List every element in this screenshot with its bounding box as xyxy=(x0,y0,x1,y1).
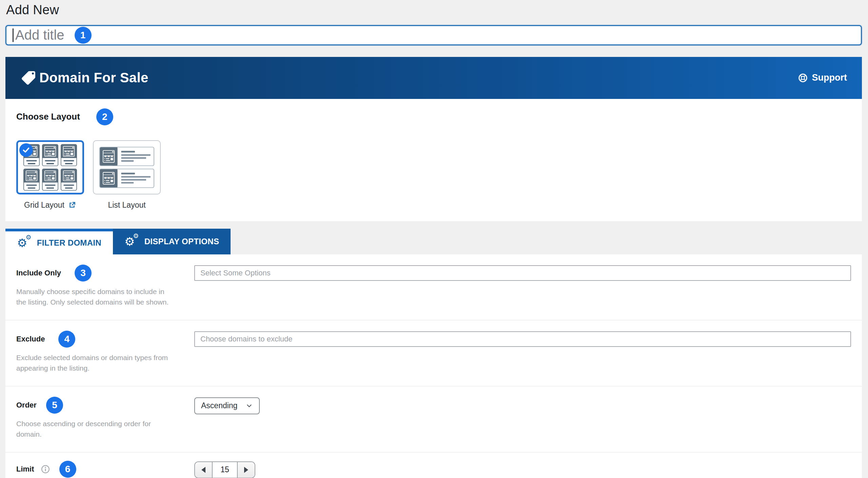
order-select[interactable]: Ascending xyxy=(194,397,260,414)
settings-tabs: ⚙⚙ FILTER DOMAIN ⚙⚙ DISPLAY OPTIONS xyxy=(5,229,862,254)
limit-value: 15 xyxy=(213,462,237,478)
include-only-row: Include Only 3 Manually choose specific … xyxy=(5,254,862,320)
step-badge-6: 6 xyxy=(59,461,76,478)
step-badge-4: 4 xyxy=(58,331,75,348)
external-link-icon[interactable] xyxy=(68,201,76,209)
text-caret xyxy=(13,28,14,42)
tab-display-options[interactable]: ⚙⚙ DISPLAY OPTIONS xyxy=(113,229,231,254)
tab-filter-domain-label: FILTER DOMAIN xyxy=(37,238,101,248)
step-badge-3: 3 xyxy=(75,265,92,282)
gears-icon: ⚙⚙ xyxy=(17,237,27,249)
order-description: Choose ascending or descending order for… xyxy=(16,418,172,440)
right-arrow-icon xyxy=(244,467,248,473)
step-badge-1: 1 xyxy=(75,27,92,44)
lifebuoy-icon xyxy=(798,73,808,83)
layout-option-grid[interactable]: Grid Layout xyxy=(16,140,84,210)
exclude-input[interactable] xyxy=(194,331,851,347)
page-title: Add New xyxy=(0,0,868,18)
left-arrow-icon xyxy=(201,467,205,473)
order-label: Order xyxy=(16,401,37,410)
gears-icon: ⚙⚙ xyxy=(124,236,135,247)
exclude-row: Exclude 4 Exclude selected domains or do… xyxy=(5,320,862,387)
tab-filter-domain[interactable]: ⚙⚙ FILTER DOMAIN xyxy=(5,229,113,254)
limit-label: Limit xyxy=(16,465,34,474)
title-input[interactable]: Add title 1 xyxy=(5,25,862,45)
include-only-label: Include Only xyxy=(16,269,61,277)
exclude-label: Exclude xyxy=(16,335,45,344)
exclude-description: Exclude selected domains or domain types… xyxy=(16,352,172,374)
info-icon[interactable] xyxy=(41,465,50,474)
step-badge-2: 2 xyxy=(96,108,113,125)
limit-stepper: 15 xyxy=(194,461,255,478)
include-only-description: Manually choose specific domains to incl… xyxy=(16,286,172,308)
list-layout-thumbnail xyxy=(99,147,154,188)
stepper-decrement-button[interactable] xyxy=(195,462,213,478)
stepper-increment-button[interactable] xyxy=(237,462,255,478)
grid-layout-card[interactable] xyxy=(16,140,84,194)
list-layout-card[interactable] xyxy=(93,140,161,194)
price-tag-icon xyxy=(20,70,37,86)
support-label: Support xyxy=(812,72,847,83)
title-placeholder: Add title xyxy=(15,27,64,43)
chevron-down-icon xyxy=(245,402,253,410)
add-new-page: Add New Add title 1 Domain For Sale xyxy=(0,0,868,478)
include-only-input[interactable] xyxy=(194,265,851,281)
step-badge-5: 5 xyxy=(46,397,63,414)
tab-display-options-label: DISPLAY OPTIONS xyxy=(144,237,219,246)
support-link[interactable]: Support xyxy=(798,72,847,83)
filter-domain-panel: Include Only 3 Manually choose specific … xyxy=(5,254,862,478)
order-row: Order 5 Choose ascending or descending o… xyxy=(5,387,862,453)
grid-layout-label: Grid Layout xyxy=(24,201,64,210)
list-layout-label: List Layout xyxy=(108,201,145,210)
choose-layout-heading: Choose Layout xyxy=(16,111,80,122)
layout-option-list[interactable]: List Layout xyxy=(93,140,161,210)
choose-layout-panel: Choose Layout 2 xyxy=(5,99,862,221)
plugin-banner: Domain For Sale Support xyxy=(5,57,862,99)
order-select-value: Ascending xyxy=(201,401,237,410)
limit-row: Limit 6 Set the total number of domains … xyxy=(5,453,862,478)
check-icon xyxy=(19,143,33,157)
banner-title: Domain For Sale xyxy=(39,70,149,85)
